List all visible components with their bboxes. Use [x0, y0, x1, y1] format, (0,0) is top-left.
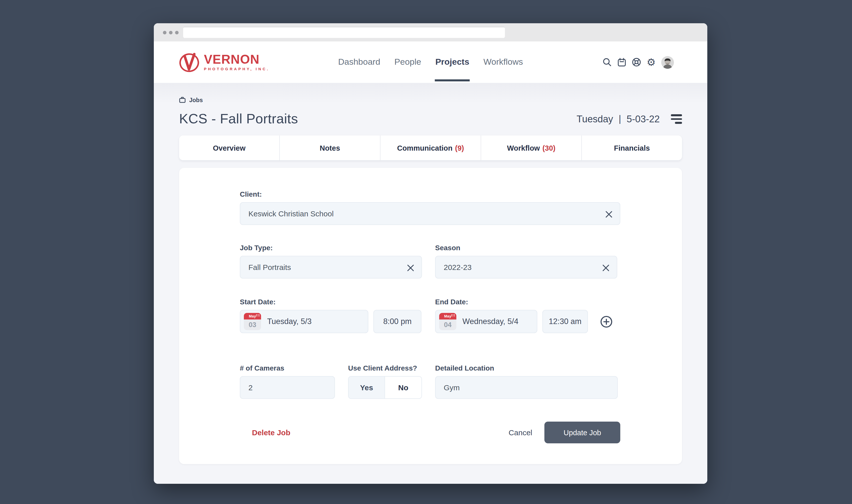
page-body: Jobs KCS - Fall Portraits Tuesday | 5-03…	[154, 83, 707, 484]
job-date-value: 5-03-22	[627, 113, 660, 125]
use-client-address-toggle: Yes No	[348, 376, 422, 399]
end-date-label: End Date:	[435, 298, 613, 306]
client-field-group: Client:	[240, 190, 620, 225]
tab-financials[interactable]: Financials	[582, 136, 682, 160]
vernon-logo[interactable]: VERNON PHOTOGRAPHY, INC.	[178, 51, 269, 73]
settings-gear-icon[interactable]: ⚙	[647, 58, 656, 67]
end-date-picker[interactable]: May 04 Wednesday, 5/4	[435, 310, 537, 333]
calendar-chip-icon: May 03	[244, 313, 261, 330]
tab-workflow[interactable]: Workflow(30)	[481, 136, 582, 160]
cancel-button[interactable]: Cancel	[509, 428, 532, 437]
client-clear-icon[interactable]	[606, 210, 612, 217]
job-type-input[interactable]	[240, 256, 422, 278]
calendar-chip-icon: May 04	[439, 313, 456, 330]
form-actions: Delete Job Cancel Update Job	[240, 421, 620, 443]
job-type-field-group: Job Type:	[240, 244, 422, 278]
update-job-button[interactable]: Update Job	[544, 421, 620, 443]
browser-window: VERNON PHOTOGRAPHY, INC. Dashboard Peopl…	[154, 23, 707, 484]
job-type-clear-icon[interactable]	[407, 264, 414, 270]
job-date-weekday: Tuesday	[576, 113, 613, 125]
main-nav: Dashboard People Projects Workflows	[338, 57, 523, 67]
start-time-picker[interactable]: 8:00 pm	[373, 310, 421, 333]
tab-notes[interactable]: Notes	[280, 136, 381, 160]
start-date-value: Tuesday, 5/3	[267, 317, 312, 326]
logo-tagline: PHOTOGRAPHY, INC.	[204, 67, 269, 71]
use-client-address-group: Use Client Address? Yes No	[335, 364, 422, 399]
end-date-field-group: End Date: May 04 Wednesday, 5/4 12:3	[435, 298, 613, 333]
end-time-picker[interactable]: 12:30 am	[542, 310, 588, 333]
tab-bar: Overview Notes Communication(9) Workflow…	[179, 136, 682, 160]
app-header: VERNON PHOTOGRAPHY, INC. Dashboard Peopl…	[154, 41, 707, 83]
season-field-group: Season	[435, 244, 617, 278]
nav-item-people[interactable]: People	[394, 57, 421, 67]
cameras-input[interactable]	[240, 376, 335, 399]
start-date-field-group: Start Date: May 03 Tuesday, 5/3 8:00	[240, 298, 422, 333]
briefcase-icon	[179, 96, 186, 103]
details-row: # of Cameras Use Client Address? Yes No	[240, 364, 620, 399]
search-icon[interactable]	[603, 58, 612, 67]
cameras-label: # of Cameras	[240, 364, 335, 372]
browser-chrome	[154, 23, 707, 41]
nav-item-dashboard[interactable]: Dashboard	[338, 57, 380, 67]
nav-item-projects[interactable]: Projects	[435, 57, 469, 67]
client-input[interactable]	[240, 202, 620, 225]
page-title: KCS - Fall Portraits	[179, 111, 298, 127]
tab-count-communication: (9)	[455, 144, 464, 152]
window-control-dots[interactable]	[163, 31, 179, 34]
cameras-field-group: # of Cameras	[240, 364, 335, 399]
logo-name: VERNON	[204, 53, 269, 66]
detailed-location-field-group: Detailed Location	[435, 364, 618, 399]
toggle-yes-option[interactable]: Yes	[349, 377, 385, 398]
use-client-address-label: Use Client Address?	[348, 364, 422, 372]
detailed-location-input[interactable]	[435, 376, 618, 399]
tab-count-workflow: (30)	[542, 144, 556, 152]
desktop-background: VERNON PHOTOGRAPHY, INC. Dashboard Peopl…	[0, 0, 852, 504]
header-icons: ⚙	[603, 56, 674, 69]
season-clear-icon[interactable]	[603, 264, 609, 270]
logo-mark-icon	[178, 51, 201, 73]
nav-item-workflows[interactable]: Workflows	[483, 57, 523, 67]
job-form-card: Client: Job Type:	[179, 168, 682, 464]
title-row: KCS - Fall Portraits Tuesday | 5-03-22	[179, 111, 682, 127]
tab-overview[interactable]: Overview	[179, 136, 280, 160]
detailed-location-label: Detailed Location	[435, 364, 618, 372]
user-avatar[interactable]	[661, 56, 674, 69]
delete-job-button[interactable]: Delete Job	[252, 428, 291, 437]
calendar-icon[interactable]	[617, 58, 626, 67]
url-bar[interactable]	[183, 27, 505, 38]
breadcrumb[interactable]: Jobs	[179, 83, 682, 103]
tab-communication[interactable]: Communication(9)	[381, 136, 481, 160]
add-date-plus-icon[interactable]	[600, 315, 613, 328]
help-lifebuoy-icon[interactable]	[632, 58, 641, 67]
season-input[interactable]	[435, 256, 617, 278]
job-date-separator: |	[619, 114, 621, 124]
dates-row: Start Date: May 03 Tuesday, 5/3 8:00	[240, 298, 620, 333]
job-menu-icon[interactable]	[671, 114, 682, 124]
start-date-picker[interactable]: May 03 Tuesday, 5/3	[240, 310, 368, 333]
jobtype-season-row: Job Type: Season	[240, 244, 620, 278]
season-label: Season	[435, 244, 617, 252]
start-date-label: Start Date:	[240, 298, 422, 306]
breadcrumb-label: Jobs	[189, 97, 203, 103]
job-type-label: Job Type:	[240, 244, 422, 252]
toggle-no-option[interactable]: No	[385, 377, 421, 398]
client-label: Client:	[240, 190, 620, 198]
end-date-value: Wednesday, 5/4	[463, 317, 518, 326]
job-date-group: Tuesday | 5-03-22	[576, 113, 682, 125]
